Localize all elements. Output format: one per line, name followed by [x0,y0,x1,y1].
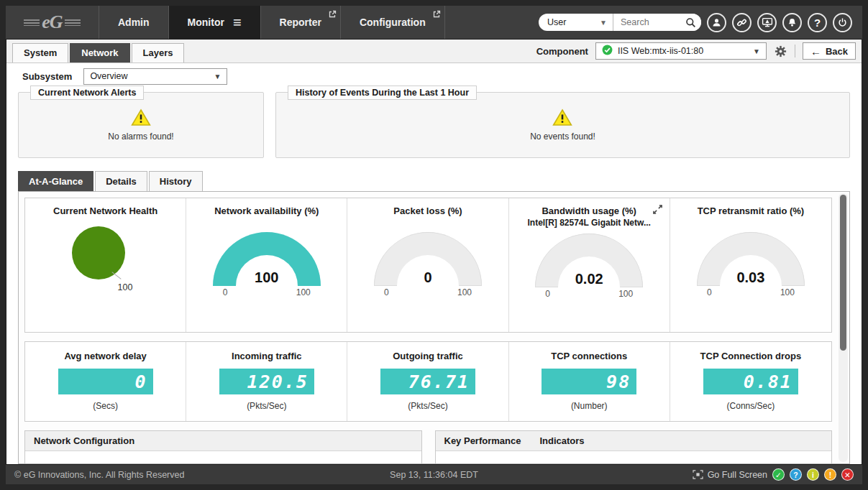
back-arrow-icon: ← [810,46,821,57]
gauge-value: 0 [374,269,482,286]
screen-alert-icon[interactable] [757,13,777,32]
metric-title: TCP Connection drops [700,351,802,361]
tab-layers[interactable]: Layers [132,43,185,63]
subsystem-label: Subsystem [22,71,72,82]
no-events-block: No events found! [530,108,595,142]
gauge-min: 0 [545,289,550,299]
network-configuration-header[interactable]: Network Configuration [25,431,421,451]
app-frame: eG Admin Monitor ≡ Reporter Configuratio… [0,0,868,490]
section-body [25,451,421,464]
main-nav-tabs: Admin Monitor ≡ Reporter Configuration [99,6,445,39]
event-history-panel: History of Events During the Last 1 Hour… [275,92,850,158]
availability-gauge[interactable]: 100 0 100 [213,232,321,297]
chevron-down-icon: ▼ [600,19,607,27]
eg-logo[interactable]: eG [6,6,99,39]
status-normal-icon[interactable]: ✓ [772,468,785,481]
alert-panels-row: Current Network Alerts No alarms found! … [18,92,850,158]
gauge-title: Current Network Health [53,205,157,216]
back-button[interactable]: ← Back [803,42,856,60]
key-performance-indicators-header[interactable]: Key Performance Indicators [436,431,832,451]
settings-gear-icon[interactable] [774,45,787,58]
current-alerts-panel: Current Network Alerts No alarms found! [18,92,264,158]
back-label: Back [826,46,848,57]
tcp-retransmit-gauge[interactable]: 0.03 0 100 [697,232,805,297]
gauge-value: 0.02 [535,271,643,287]
key-performance-indicators-panel: Key Performance Indicators [435,430,833,464]
nav-tab-configuration[interactable]: Configuration [341,6,445,39]
gauge-max: 100 [296,287,311,297]
lcd-display[interactable]: 98 [542,369,636,394]
subsystem-value: Overview [90,71,127,81]
tab-details[interactable]: Details [95,171,147,191]
lcd-value: 76.71 [408,371,470,392]
search-box [613,14,701,31]
search-scope-select[interactable]: User ▼ [539,14,613,31]
gauge-arc: 0 [374,232,482,286]
lcd-display[interactable]: 76.71 [380,369,475,394]
scrollbar-thumb[interactable] [840,195,846,351]
component-label: Component [536,46,588,57]
footer-timestamp: Sep 13, 11:36:04 EDT [294,470,574,480]
gauge-network-availability: Network availability (%) 100 0 100 [186,198,347,332]
user-icon[interactable] [707,13,726,32]
status-unknown-icon[interactable]: ? [790,468,802,481]
main-content: System Network Layers Component IIS Web:… [6,39,862,465]
logo-wing-right-icon [65,19,81,26]
menu-hamburger-icon[interactable]: ≡ [233,15,242,29]
packet-loss-gauge[interactable]: 0 0 100 [374,232,482,297]
gauge-title: Bandwidth usage (%) [542,205,636,216]
bandwidth-gauge[interactable]: 0.02 0 100 [535,234,643,299]
footer-right: Go Full Screen ✓ ? i ! ✕ [574,468,854,481]
metrics-panel: Avg network delay 0 (Secs) Incoming traf… [24,341,832,422]
section-body [436,451,832,464]
toolbar-right: Component IIS Web:mtx-iis-01:80 ▼ ← Back [536,42,856,63]
vertical-scrollbar[interactable] [839,193,848,462]
bell-icon[interactable] [782,13,802,32]
glance-section: At-A-Glance Details History Current Netw… [6,165,862,464]
toolbar-divider [795,45,795,57]
lcd-display[interactable]: 0.81 [703,369,798,394]
view-tabs: System Network Layers [12,40,186,63]
expand-icon[interactable] [653,204,662,217]
status-minor-icon[interactable]: i [807,468,819,481]
nav-tab-monitor-label: Monitor [188,17,224,28]
gauge-packet-loss: Packet loss (%) 0 0 100 [347,198,508,332]
search-input[interactable] [613,14,680,31]
nav-tab-reporter-label: Reporter [280,17,321,28]
tab-network[interactable]: Network [70,43,129,63]
gauge-scale: 0 100 [535,287,643,299]
health-pie-chart[interactable]: 100 [66,226,145,295]
metric-tcp-connection-drops: TCP Connection drops 0.81 (Conns/Sec) [670,342,831,421]
metric-avg-network-delay: Avg network delay 0 (Secs) [25,342,186,421]
search-icon[interactable] [680,14,701,31]
status-ok-icon [602,45,613,57]
lcd-display[interactable]: 120.5 [219,369,314,394]
gauge-min: 0 [707,287,712,297]
gauge-title: Network availability (%) [214,205,319,216]
subsystem-select[interactable]: Overview ▼ [83,68,227,85]
nav-tab-reporter[interactable]: Reporter [261,6,341,39]
status-critical-icon[interactable]: ✕ [841,468,854,481]
nav-tab-monitor[interactable]: Monitor ≡ [169,6,261,39]
help-icon[interactable]: ? [808,13,827,32]
glance-body: Current Network Health 100 Network avail… [18,191,850,464]
status-major-icon[interactable]: ! [824,468,836,481]
metric-outgoing-traffic: Outgoing traffic 76.71 (Pkts/Sec) [347,342,508,421]
component-select[interactable]: IIS Web:mtx-iis-01:80 ▼ [595,42,767,60]
tab-system[interactable]: System [12,43,68,63]
tab-at-a-glance[interactable]: At-A-Glance [18,171,93,191]
gauge-title: Packet loss (%) [393,205,462,216]
go-full-screen-button[interactable]: Go Full Screen [693,470,767,480]
logo-wing-left-icon [24,19,40,26]
gauge-scale: 0 100 [374,286,482,297]
warning-triangle-icon [131,108,151,129]
nav-tab-admin[interactable]: Admin [99,6,169,39]
bottom-sections-row: Network Configuration Key Performance In… [24,430,832,464]
gauge-subtitle: Intel[R] 82574L Gigabit Netw... [528,218,651,228]
metric-unit: (Conns/Sec) [727,401,775,411]
lcd-display[interactable]: 0 [58,369,153,394]
tab-history[interactable]: History [149,171,203,191]
power-icon[interactable] [833,13,852,32]
gauge-max: 100 [780,287,795,297]
link-icon[interactable] [732,13,751,32]
